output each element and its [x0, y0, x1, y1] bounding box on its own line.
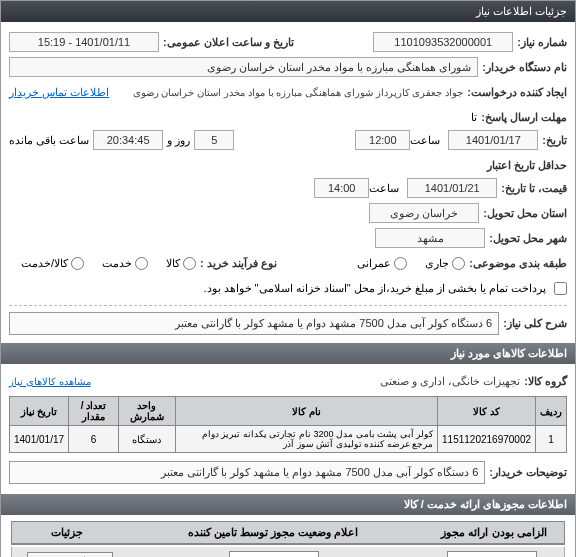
hour-label-1: ساعت	[410, 134, 440, 147]
th-qty: تعداد / مقدار	[69, 397, 119, 426]
group-label: گروه کالا:	[524, 375, 567, 388]
window-titlebar: جزئیات اطلاعات نیاز	[1, 1, 575, 22]
need-no-field: 1101093532000001	[373, 32, 513, 52]
remain-text: ساعت باقی مانده	[9, 134, 89, 147]
to-label: تا	[471, 111, 477, 124]
purchase-service-radio[interactable]	[135, 257, 148, 270]
group-value: تجهیزات خانگی، اداری و صنعتی	[380, 375, 520, 388]
th-date: تاریخ نیاز	[10, 397, 69, 426]
td-date: 1401/01/17	[10, 426, 69, 453]
items-table: ردیف کد کالا نام کالا واحد شمارش تعداد /…	[9, 396, 567, 453]
permit-status-select[interactable]: --	[229, 551, 319, 557]
deadline-date: 1401/01/17	[448, 130, 538, 150]
price-to-label: قیمت، تا تاریخ:	[501, 182, 567, 195]
requester-value: جواد جعفری کارپرداز شورای هماهنگی مبارزه…	[109, 87, 463, 98]
view-permit-button[interactable]: مشاهده مجوز	[27, 552, 113, 558]
td-code: 1151120216970002	[438, 426, 536, 453]
section-items-header: اطلاعات کالاهای مورد نیاز	[1, 343, 575, 364]
validity-label: حداقل تاریخ اعتبار	[487, 159, 567, 172]
th-unit: واحد شمارش	[119, 397, 176, 426]
td-unit: دستگاه	[119, 426, 176, 453]
desc-box: 6 دستگاه کولر آبی مدل 7500 مشهد دوام یا …	[9, 312, 499, 335]
purchase-both-radio[interactable]	[71, 257, 84, 270]
day-label: روز و	[167, 134, 190, 147]
budget-omrani-radio[interactable]	[394, 257, 407, 270]
more-goods-link[interactable]: مشاهده کالاهای نیاز	[9, 376, 91, 387]
hour-label-2: ساعت	[369, 182, 399, 195]
province-label: استان محل تحویل:	[483, 207, 567, 220]
td-idx: 1	[536, 426, 567, 453]
permit-required-select[interactable]: --	[447, 551, 537, 557]
budget-omrani[interactable]: عمرانی	[357, 257, 407, 270]
form-content: شماره نیاز: 1101093532000001 تاریخ و ساع…	[1, 22, 575, 557]
th-name: نام کالا	[175, 397, 437, 426]
td-name: کولر آبی پشت بامی مدل 3200 نام تجارتی یک…	[175, 426, 437, 453]
buyer-field: شورای هماهنگی مبارزه با مواد مخدر استان …	[9, 57, 478, 77]
purchase-goods[interactable]: کالا	[166, 257, 196, 270]
permits-col1: الزامی بودن ارائه مجوز	[424, 522, 564, 544]
budget-jari[interactable]: جاری	[425, 257, 465, 270]
city-field: مشهد	[375, 228, 485, 248]
desc-label: شرح کلی نیاز:	[503, 317, 567, 330]
buyer-note-box: 6 دستگاه کولر آبی مدل 7500 مشهد دوام یا …	[9, 461, 485, 484]
purchase-both[interactable]: کالا/خدمت	[21, 257, 84, 270]
buyer-contact-link[interactable]: اطلاعات تماس خریدار	[9, 86, 109, 99]
permits-header-row: الزامی بودن ارائه مجوز اعلام وضعیت مجوز …	[11, 521, 565, 545]
purchase-goods-radio[interactable]	[183, 257, 196, 270]
history-label: تاریخ:	[542, 134, 567, 147]
budget-label: طبقه بندی موضوعی:	[469, 257, 567, 270]
remain-time: 20:34:45	[93, 130, 163, 150]
days-remaining: 5	[194, 130, 234, 150]
table-header-row: ردیف کد کالا نام کالا واحد شمارش تعداد /…	[10, 397, 567, 426]
th-code: کد کالا	[438, 397, 536, 426]
budget-radios: جاری عمرانی	[345, 257, 465, 270]
announce-field: 1401/01/11 - 15:19	[9, 32, 159, 52]
payment-check[interactable]: پرداخت تمام یا بخشی از مبلغ خرید،از محل …	[203, 282, 567, 295]
permits-col3: جزئیات	[12, 522, 122, 544]
payment-checkbox[interactable]	[554, 282, 567, 295]
validity-time: 14:00	[314, 178, 369, 198]
th-idx: ردیف	[536, 397, 567, 426]
budget-jari-radio[interactable]	[452, 257, 465, 270]
announce-label: تاریخ و ساعت اعلان عمومی:	[163, 36, 294, 49]
td-qty: 6	[69, 426, 119, 453]
details-window: جزئیات اطلاعات نیاز شماره نیاز: 11010935…	[0, 0, 576, 557]
deadline-time: 12:00	[355, 130, 410, 150]
send-deadline-label: مهلت ارسال پاسخ:	[481, 111, 567, 124]
buyer-label: نام دستگاه خریدار:	[482, 61, 567, 74]
purchase-radios: کالا خدمت کالا/خدمت	[9, 257, 196, 270]
buyer-note-label: توضیحات خریدار:	[489, 466, 567, 479]
permits-row: -- -- مشاهده مجوز	[11, 547, 565, 557]
purchase-type-label: نوع فرآیند خرید :	[200, 257, 277, 270]
need-no-label: شماره نیاز:	[517, 36, 567, 49]
city-label: شهر محل تحویل:	[489, 232, 567, 245]
section-permits-header: اطلاعات مجوزهای ارائه خدمت / کالا	[1, 494, 575, 515]
permits-col2: اعلام وضعیت مجوز توسط تامین کننده	[122, 522, 424, 544]
validity-date: 1401/01/21	[407, 178, 497, 198]
window-title: جزئیات اطلاعات نیاز	[476, 5, 567, 17]
purchase-service[interactable]: خدمت	[102, 257, 148, 270]
province-field: خراسان رضوی	[369, 203, 479, 223]
table-row: 1 1151120216970002 کولر آبی پشت بامی مدل…	[10, 426, 567, 453]
requester-label: ایجاد کننده درخواست:	[467, 86, 567, 99]
